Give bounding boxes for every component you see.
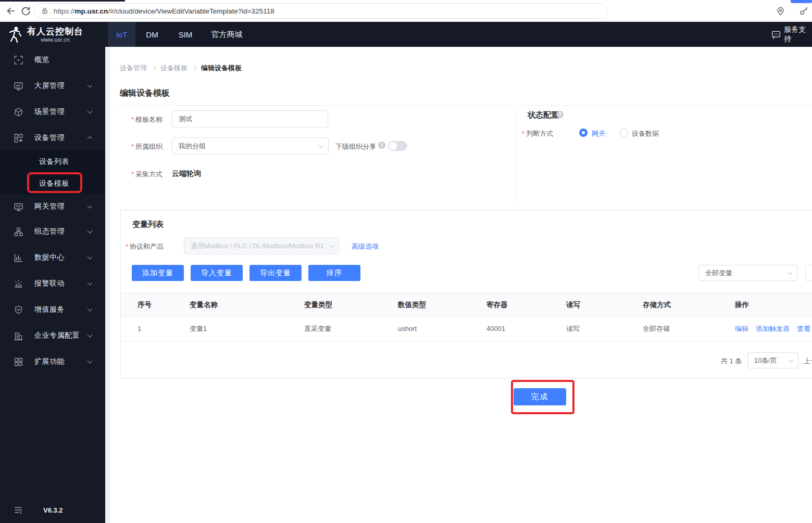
scrollbar-gutter[interactable] (105, 47, 110, 523)
organization-label: 所属组织 (119, 142, 163, 151)
variable-list-title: 变量列表 (132, 220, 164, 229)
sort-button[interactable]: 排序 (308, 265, 360, 281)
edit-link[interactable]: 编辑 (735, 324, 748, 334)
breadcrumb-item[interactable]: 设备管理 (120, 63, 147, 73)
variable-filter-select[interactable]: 全部变量 (698, 265, 797, 281)
version-label: V6.3.2 (43, 506, 63, 514)
judge-method-label: 判断方式 (516, 129, 553, 138)
prev-page-button[interactable]: 上一页 (804, 356, 812, 366)
tab-dm[interactable]: DM (142, 22, 163, 47)
chevron-down-icon (88, 280, 93, 286)
chevron-down-icon (88, 307, 93, 312)
help-icon[interactable] (556, 111, 564, 118)
breadcrumb-item[interactable]: 设备模板 (160, 63, 188, 73)
registered-mark (29, 26, 32, 29)
sidebar-item-label: 扩展功能 (34, 357, 65, 366)
advanced-options-link[interactable]: 高级选项 (352, 242, 379, 251)
finish-button[interactable]: 完成 (514, 388, 566, 405)
sidebar-item-label: 网关管理 (34, 202, 65, 211)
logo[interactable]: 有人云控制台 www.usr.cn (7, 22, 83, 47)
sidebar-item-scene-mgmt[interactable]: 场景管理 (0, 99, 105, 125)
key-icon[interactable] (797, 4, 810, 18)
page-title: 编辑设备模板 (120, 88, 170, 99)
screen: https://mp.usr.cn/#/cloud/device/ViewEdi… (0, 0, 812, 523)
chevron-down-icon (88, 228, 93, 234)
sidebar-item-screen-mgmt[interactable]: 大屏管理 (0, 73, 105, 99)
tab-iot[interactable]: IoT (108, 22, 135, 47)
extension-icon (14, 358, 23, 366)
sidebar: 概览 大屏管理 场景管理 设备管理 设备列表 设备模板 网关管理 组态 (0, 47, 105, 523)
variable-filter-value: 全部变量 (705, 269, 732, 278)
chat-icon (772, 30, 780, 39)
sidebar-item-enterprise-config[interactable]: 企业专属配置 (0, 323, 105, 349)
protocol-value: 通用Modbus / PLC / DL/Modbus/Modbus R1 (191, 241, 324, 251)
col-header: 变量类型 (304, 300, 398, 310)
address-bar[interactable]: https://mp.usr.cn/#/cloud/device/ViewEdi… (33, 3, 607, 19)
radio-gateway-label[interactable]: 网关 (592, 129, 605, 138)
tab-mall[interactable]: 官方商城 (207, 22, 246, 47)
pagination: 共 1 条 10条/页 上一页 (121, 352, 812, 368)
overview-icon (14, 56, 23, 65)
sidebar-item-gateway-mgmt[interactable]: 网关管理 (0, 195, 105, 219)
sidebar-item-device-mgmt[interactable]: 设备管理 (0, 125, 105, 151)
chevron-down-icon (88, 254, 93, 260)
sidebar-item-topology-mgmt[interactable]: 组态管理 (0, 219, 105, 245)
cell-type: 直采变量 (304, 324, 398, 334)
chevron-down-icon (88, 333, 93, 338)
page-size-value: 10条/页 (754, 356, 777, 365)
import-variable-button[interactable]: 导入变量 (191, 265, 243, 281)
url-text: https://mp.usr.cn/#/cloud/device/ViewEdi… (54, 7, 274, 15)
sidebar-item-label: 增值服务 (34, 305, 65, 314)
service-support-label: 服务支持 (784, 25, 812, 44)
organization-value: 我的分组 (179, 142, 206, 151)
template-name-input[interactable] (172, 110, 328, 127)
sidebar-item-label: 报警联动 (34, 279, 65, 288)
add-trigger-link[interactable]: 添加触发器 (756, 324, 790, 334)
sidebar-item-data-center[interactable]: 数据中心 (0, 245, 105, 271)
app-header: 有人云控制台 www.usr.cn IoT DM SIM 官方商城 服务支持 (0, 22, 812, 47)
service-support[interactable]: 服务支持 (772, 22, 812, 47)
view-link[interactable]: 查看 (797, 324, 810, 334)
help-icon[interactable] (378, 142, 385, 149)
chevron-down-icon (88, 359, 93, 364)
chevron-down-icon (329, 243, 334, 248)
sidebar-item-device-list[interactable]: 设备列表 (0, 151, 105, 173)
breadcrumb-separator-icon (152, 66, 156, 70)
back-icon[interactable] (4, 4, 18, 18)
col-header: 存储方式 (643, 300, 735, 310)
browser-bar: https://mp.usr.cn/#/cloud/device/ViewEdi… (0, 0, 812, 22)
add-variable-button[interactable]: 添加变量 (132, 265, 184, 281)
sidebar-item-value-services[interactable]: 增值服务 (0, 297, 105, 323)
sidebar-item-device-template[interactable]: 设备模板 (0, 173, 105, 195)
chevron-down-icon (88, 83, 93, 88)
status-config-title: 状态配置 (528, 110, 559, 120)
logo-title: 有人云控制台 (27, 27, 83, 36)
tab-sim[interactable]: SIM (174, 22, 197, 47)
sidebar-item-overview[interactable]: 概览 (0, 47, 105, 73)
share-toggle[interactable] (388, 141, 407, 151)
value-service-icon (14, 305, 23, 314)
sidebar-item-alarm-linkage[interactable]: 报警联动 (0, 271, 105, 297)
sidebar-item-label: 组态管理 (34, 227, 65, 236)
refresh-icon[interactable] (19, 4, 32, 18)
search-input-partial[interactable] (805, 265, 812, 281)
cell-index: 1 (138, 325, 190, 333)
collect-method-value: 云端轮询 (172, 169, 201, 178)
radio-device-data[interactable] (620, 129, 628, 137)
location-pin-icon[interactable] (773, 4, 787, 18)
page-size-select[interactable]: 10条/页 (747, 352, 798, 368)
sidebar-item-extensions[interactable]: 扩展功能 (0, 349, 105, 375)
gateway-icon (14, 202, 23, 211)
radio-gateway[interactable] (579, 129, 588, 137)
chevron-down-icon (88, 109, 93, 114)
organization-select[interactable]: 我的分组 (172, 137, 329, 155)
sidebar-item-label: 场景管理 (34, 107, 65, 117)
collapse-sidebar-icon[interactable] (14, 506, 22, 514)
col-header: 操作 (735, 300, 812, 310)
sidebar-item-label: 概览 (34, 55, 49, 65)
sidebar-submenu: 设备列表 设备模板 (0, 151, 105, 195)
scene-icon (14, 108, 23, 117)
radio-device-data-label[interactable]: 设备数据 (632, 129, 659, 138)
export-variable-button[interactable]: 导出变量 (249, 265, 302, 281)
enterprise-icon (14, 331, 23, 340)
